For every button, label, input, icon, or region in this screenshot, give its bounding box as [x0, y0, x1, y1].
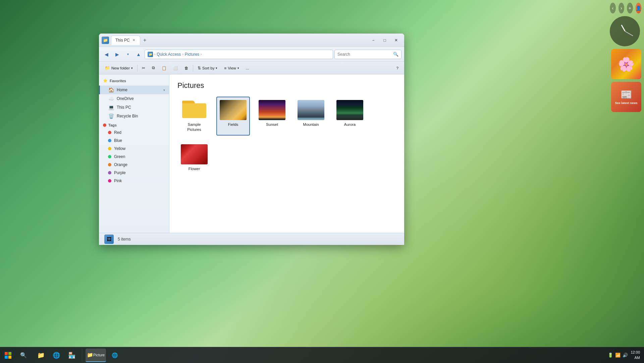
maximize-button[interactable]: □	[379, 36, 390, 44]
dropdown-button[interactable]: ▾	[123, 50, 132, 59]
up-button[interactable]: ▲	[134, 50, 143, 59]
new-tab-button[interactable]: +	[141, 36, 149, 44]
new-folder-icon: 📁	[105, 65, 110, 70]
file-fields[interactable]: Fields	[216, 97, 250, 136]
battery-icon: 🔋	[608, 353, 613, 358]
folder-icon-sample	[182, 101, 206, 119]
tag-red[interactable]: Red	[99, 128, 169, 137]
taskbar-browser[interactable]: 🌐	[50, 349, 63, 362]
file-thumb-fields	[220, 100, 247, 120]
rename-button[interactable]: ⬜	[170, 64, 181, 72]
breadcrumb-quick-access[interactable]: Quick Access	[157, 52, 181, 57]
new-folder-button[interactable]: 📁 New folder ▾	[102, 64, 136, 72]
taskbar-search-button[interactable]: 🔍	[17, 349, 30, 362]
news-widget[interactable]: 📰 See latest news	[611, 82, 641, 112]
tab-close-button[interactable]: ✕	[132, 38, 136, 43]
user-avatar[interactable]: 👤	[636, 3, 642, 13]
file-sample-pictures[interactable]: Sample Pictures	[177, 97, 211, 136]
file-label-fields: Fields	[228, 122, 238, 127]
tag-pink[interactable]: Pink	[99, 177, 169, 185]
edge-icon: 🌐	[112, 352, 118, 358]
main-area: ⭐ Favorites 🏠 Home ▾ ☁️ OneDrive 💻 This …	[99, 74, 404, 233]
paste-icon: 📋	[162, 66, 166, 70]
flower-image	[611, 49, 641, 79]
svg-rect-2	[5, 356, 8, 359]
start-button[interactable]	[0, 347, 16, 363]
search-input[interactable]	[337, 52, 392, 57]
paste-button[interactable]: 📋	[159, 64, 169, 72]
file-label-aurora: Aurora	[344, 122, 356, 127]
sidebar-item-home[interactable]: 🏠 Home ▾	[99, 86, 169, 94]
sidebar-item-onedrive[interactable]: ☁️ OneDrive	[99, 94, 169, 103]
onedrive-label: OneDrive	[117, 96, 134, 101]
delete-icon: 🗑	[184, 66, 189, 70]
back-nav-button[interactable]: ‹	[610, 3, 616, 13]
sidebar-item-thispc[interactable]: 💻 This PC	[99, 103, 169, 112]
tab-label: This PC	[115, 38, 130, 43]
taskbar-clock[interactable]: 12:00 AM	[631, 350, 640, 360]
search-bar[interactable]: 🔍	[334, 50, 401, 59]
tag-purple[interactable]: Purple	[99, 169, 169, 177]
clock-ampm: AM	[631, 355, 640, 360]
file-aurora[interactable]: Aurora	[333, 97, 367, 136]
new-folder-label: New folder	[111, 66, 130, 70]
forward-button[interactable]: ▶	[112, 50, 122, 59]
tag-blue[interactable]: Blue	[99, 137, 169, 145]
home-label: Home	[117, 88, 127, 92]
favorites-header[interactable]: ⭐ Favorites	[99, 77, 169, 84]
tag-green[interactable]: Green	[99, 153, 169, 161]
tag-orange[interactable]: Orange	[99, 161, 169, 169]
tag-purple-label: Purple	[114, 170, 126, 175]
flower-widget[interactable]	[611, 49, 641, 79]
taskbar: 🔍 📁 🌐 🏪 📁 Picture 🌐 🔋 📶 🔊 12:00 AM	[0, 347, 644, 363]
close-button[interactable]: ✕	[391, 36, 401, 44]
clock-time: 12:00	[631, 350, 640, 355]
taskbar-search-icon: 🔍	[20, 352, 27, 358]
add-button[interactable]: +	[627, 3, 633, 13]
breadcrumb-pictures[interactable]: Pictures	[185, 52, 199, 57]
taskbar-edge-window[interactable]: 🌐	[108, 349, 121, 362]
help-button[interactable]: ?	[393, 64, 401, 72]
file-thumb-sample	[181, 100, 208, 120]
favorites-label: Favorites	[110, 79, 126, 83]
forward-nav-button[interactable]: ›	[619, 3, 625, 13]
mountain-thumbnail	[298, 100, 324, 120]
home-icon: 🏠	[108, 87, 114, 93]
breadcrumb-bar[interactable]: 📁 › Quick Access › Pictures ›	[145, 50, 333, 59]
copy-button[interactable]: ⧉	[149, 64, 158, 72]
taskbar-picture-window[interactable]: 📁 Picture	[86, 349, 106, 362]
tag-orange-label: Orange	[114, 162, 127, 167]
taskbar-pinned: 📁 🌐 🏪	[31, 349, 82, 362]
flower-thumbnail	[181, 144, 208, 164]
title-bar: 📁 This PC ✕ + − □ ✕	[99, 34, 404, 47]
view-button[interactable]: ≡ View ▾	[221, 64, 242, 72]
windows-logo	[4, 351, 12, 359]
fields-thumbnail	[220, 100, 247, 120]
file-label-sample: Sample Pictures	[181, 122, 208, 132]
more-button[interactable]: ...	[243, 64, 252, 72]
delete-button[interactable]: 🗑	[181, 64, 192, 72]
tags-header[interactable]: Tags	[99, 122, 169, 128]
active-tab[interactable]: This PC ✕	[111, 36, 140, 45]
cut-button[interactable]: ✂	[139, 64, 148, 72]
file-flower[interactable]: Flower	[177, 141, 211, 175]
picture-window-icon: 📁	[87, 352, 93, 358]
tag-pink-dot	[108, 179, 111, 183]
toolbar: 📁 New folder ▾ ✂ ⧉ 📋 ⬜ 🗑 ⇅ Sort by ▾ ≡ V…	[99, 62, 404, 74]
toolbar-sep-1	[137, 65, 138, 71]
file-mountain[interactable]: Mountain	[294, 97, 328, 136]
back-button[interactable]: ◀	[102, 50, 111, 59]
sort-chevron: ▾	[216, 66, 217, 70]
taskbar-store[interactable]: 🏪	[65, 349, 78, 362]
taskbar-right: 🔋 📶 🔊 12:00 AM	[604, 350, 644, 360]
volume-icon: 🔊	[623, 353, 628, 358]
view-icon: ≡	[224, 66, 226, 70]
file-explorer-icon: 📁	[37, 352, 45, 359]
tag-yellow[interactable]: Yellow	[99, 145, 169, 153]
tag-blue-label: Blue	[114, 138, 122, 143]
file-sunset[interactable]: Sunset	[255, 97, 289, 136]
sort-button[interactable]: ⇅ Sort by ▾	[195, 64, 220, 72]
sidebar-item-recyclebin[interactable]: 🗑️ Recycle Bin	[99, 112, 169, 120]
minimize-button[interactable]: −	[368, 36, 379, 44]
taskbar-file-explorer[interactable]: 📁	[34, 349, 48, 362]
